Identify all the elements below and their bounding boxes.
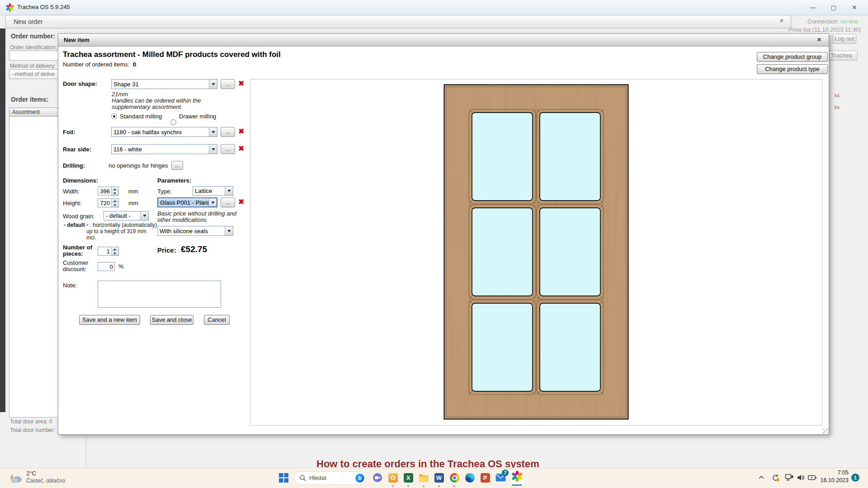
chrome-icon[interactable] — [449, 472, 460, 483]
height-stepper[interactable]: 720 — [98, 198, 119, 207]
wood-grain-label: Wood grain: — [63, 213, 94, 220]
glass-browse-button[interactable]: ... — [221, 197, 235, 207]
excel-icon[interactable]: X — [403, 472, 414, 483]
minimize-button[interactable]: — — [802, 0, 823, 15]
bing-copilot-icon[interactable]: b — [355, 474, 364, 483]
chevron-down-icon[interactable] — [209, 127, 217, 136]
drilling-browse-button[interactable]: ... — [171, 161, 183, 170]
logout-button[interactable]: Log out — [833, 34, 856, 44]
resize-grip[interactable] — [822, 428, 828, 434]
type-select[interactable]: Lattice — [193, 186, 233, 196]
foil-select[interactable]: 1180 - oak halifax synchro — [111, 127, 217, 137]
maximize-button[interactable]: ▢ — [823, 0, 844, 15]
ordered-items-count: Number of ordered items: 0 — [63, 61, 136, 68]
chevron-down-icon[interactable] — [209, 145, 217, 154]
foil-browse-button[interactable]: ... — [221, 127, 235, 137]
order-items-label: Order items: — [11, 96, 48, 103]
close-button[interactable]: ✕ — [844, 0, 865, 15]
wood-grain-note-2: up to a height of 319 mm — [86, 228, 146, 235]
chevron-down-icon[interactable] — [225, 226, 233, 235]
foil-label: Foil: — [63, 129, 75, 136]
active-app-indicator — [512, 484, 522, 486]
change-product-type-button[interactable]: Change product type — [757, 64, 828, 74]
wood-grain-note-3: incl. — [86, 235, 96, 241]
chevron-down-icon[interactable] — [209, 80, 217, 89]
outlook-icon[interactable]: O — [387, 472, 398, 483]
tray-chevron-up-icon[interactable] — [758, 474, 765, 481]
network-ethernet-icon[interactable] — [785, 474, 794, 482]
teams-icon[interactable] — [372, 472, 383, 483]
battery-icon[interactable] — [808, 474, 817, 481]
edge-icon[interactable] — [464, 472, 475, 483]
clock-time[interactable]: 7:05 — [821, 469, 849, 476]
notification-badge[interactable]: 1 — [851, 474, 859, 482]
seals-select[interactable]: With silicone seals — [157, 226, 233, 236]
width-label: Width: — [63, 188, 80, 195]
panel-divider — [86, 434, 86, 468]
wood-grain-select[interactable]: - default - — [104, 211, 149, 221]
spinner-arrows-icon[interactable] — [111, 199, 118, 207]
trachea-app-icon — [5, 3, 14, 12]
foil-delete-icon[interactable]: ✖ — [238, 127, 244, 136]
volume-icon[interactable] — [797, 474, 805, 482]
drilling-label: Drilling: — [63, 162, 85, 169]
door-shape-delete-icon[interactable]: ✖ — [238, 79, 244, 88]
new-item-dialog: New item ✕ Trachea assortment - Milled M… — [58, 33, 829, 435]
tab-close-icon[interactable]: ✕ — [779, 18, 784, 24]
spinner-arrows-icon[interactable] — [111, 187, 118, 195]
weather-temp[interactable]: 2°C — [26, 470, 36, 477]
method-of-delivery-label: Method of delivery: — [10, 63, 56, 69]
save-and-new-item-button[interactable]: Save and a new item — [79, 315, 140, 325]
sync-update-icon[interactable] — [771, 474, 780, 482]
search-placeholder: Hledat — [309, 474, 326, 481]
save-and-close-button[interactable]: Save and close — [150, 315, 193, 325]
height-label: Height: — [63, 200, 81, 206]
price-label: Price: — [157, 246, 176, 254]
chevron-down-icon[interactable] — [225, 187, 233, 195]
width-stepper[interactable]: 396 — [98, 187, 119, 196]
price-list-info: Price list (11.10.2023 11:30) — [788, 26, 861, 33]
rear-side-select[interactable]: 116 - white — [111, 144, 217, 154]
rear-side-delete-icon[interactable]: ✖ — [238, 144, 244, 153]
search-icon — [299, 474, 307, 482]
cancel-button[interactable]: Cancel — [204, 315, 230, 325]
file-explorer-icon[interactable] — [418, 472, 429, 483]
door-preview-image — [443, 84, 629, 420]
glass-delete-icon[interactable]: ✖ — [238, 197, 244, 206]
trachea-button[interactable]: Trachea — [826, 51, 858, 61]
running-dot — [423, 485, 425, 487]
chevron-down-icon[interactable] — [140, 211, 148, 220]
door-shape-browse-button[interactable]: ... — [221, 79, 235, 89]
order-identification-label: Order identification: — [10, 44, 57, 51]
price-note-1: Basic price without drilling and — [157, 210, 236, 217]
pieces-stepper[interactable]: 1 — [98, 247, 119, 256]
tab-new-order[interactable]: New order — [14, 18, 43, 25]
total-door-number: Total door number: — [10, 427, 55, 433]
mail-badge: 7 — [502, 469, 509, 476]
running-dot — [453, 485, 455, 487]
weather-condition[interactable]: Částeč. oblačno — [26, 478, 65, 484]
trachea-taskbar-icon[interactable] — [512, 471, 523, 482]
spinner-arrows-icon[interactable] — [111, 247, 118, 255]
word-icon[interactable]: W — [434, 472, 444, 483]
note-textarea[interactable] — [98, 281, 221, 308]
drawer-milling-label: Drawer milling — [179, 113, 216, 120]
chevron-down-icon[interactable] — [208, 198, 217, 206]
clock-date[interactable]: 16.10.2023 — [817, 477, 849, 483]
drawer-milling-radio[interactable] — [170, 119, 176, 125]
weather-icon[interactable] — [9, 471, 24, 485]
running-dot — [392, 485, 394, 487]
door-shape-select[interactable]: Shape 31 — [111, 79, 217, 89]
change-product-group-button[interactable]: Change product group — [757, 52, 828, 62]
standard-milling-radio[interactable] — [111, 113, 117, 119]
powerpoint-icon[interactable]: P — [480, 472, 491, 483]
discount-input[interactable]: 0 — [98, 262, 115, 271]
rear-side-browse-button[interactable]: ... — [221, 144, 235, 154]
dimensions-header: Dimensions: — [63, 177, 98, 184]
glass-select[interactable]: Glass P001 - Planibe — [157, 197, 217, 207]
dialog-close-icon[interactable]: ✕ — [817, 37, 821, 43]
start-button[interactable] — [279, 473, 288, 483]
shape-note-3: supplementary assortment. — [112, 103, 183, 110]
table-fragment: ks — [835, 93, 840, 98]
dialog-titlebar[interactable] — [58, 34, 829, 47]
